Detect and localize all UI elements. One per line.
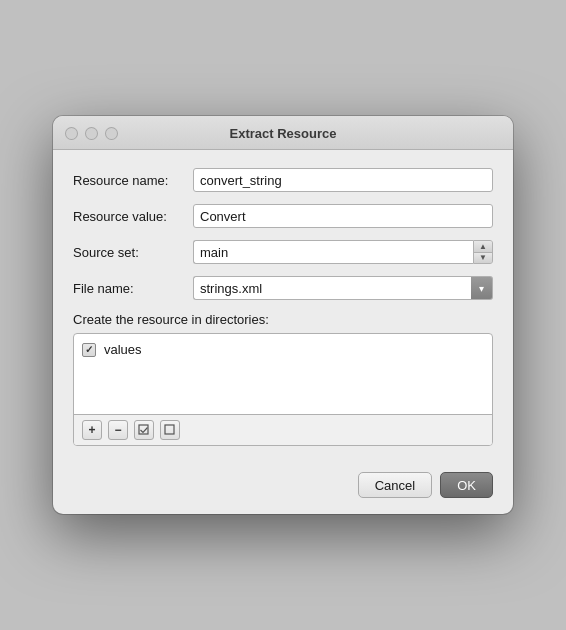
dialog-footer: Cancel OK bbox=[53, 462, 513, 514]
source-set-spinner: ▲ ▼ bbox=[193, 240, 493, 264]
file-name-row: File name: strings.xml ▾ bbox=[73, 276, 493, 300]
check-all-icon bbox=[138, 424, 150, 436]
source-set-spinner-buttons: ▲ ▼ bbox=[473, 240, 493, 264]
traffic-lights bbox=[65, 127, 118, 140]
list-item: values bbox=[82, 340, 484, 359]
cancel-button[interactable]: Cancel bbox=[358, 472, 432, 498]
resource-name-input[interactable] bbox=[193, 168, 493, 192]
uncheck-all-button[interactable] bbox=[160, 420, 180, 440]
add-icon: + bbox=[88, 423, 95, 437]
source-set-input[interactable] bbox=[193, 240, 473, 264]
remove-directory-button[interactable]: − bbox=[108, 420, 128, 440]
check-all-button[interactable] bbox=[134, 420, 154, 440]
file-name-dropdown-wrapper: strings.xml ▾ bbox=[193, 276, 493, 300]
values-checkbox[interactable] bbox=[82, 343, 96, 357]
resource-value-label: Resource value: bbox=[73, 209, 193, 224]
source-set-row: Source set: ▲ ▼ bbox=[73, 240, 493, 264]
resource-name-label: Resource name: bbox=[73, 173, 193, 188]
resource-name-row: Resource name: bbox=[73, 168, 493, 192]
source-set-up-button[interactable]: ▲ bbox=[474, 241, 492, 253]
directories-label: Create the resource in directories: bbox=[73, 312, 493, 327]
add-directory-button[interactable]: + bbox=[82, 420, 102, 440]
list-toolbar: + − bbox=[74, 414, 492, 445]
extract-resource-dialog: Extract Resource Resource name: Resource… bbox=[53, 116, 513, 514]
source-set-down-button[interactable]: ▼ bbox=[474, 253, 492, 264]
dialog-body: Resource name: Resource value: Source se… bbox=[53, 150, 513, 462]
directories-list-body: values bbox=[74, 334, 492, 414]
svg-rect-1 bbox=[165, 425, 174, 434]
source-set-label: Source set: bbox=[73, 245, 193, 260]
resource-value-input[interactable] bbox=[193, 204, 493, 228]
ok-button[interactable]: OK bbox=[440, 472, 493, 498]
resource-value-row: Resource value: bbox=[73, 204, 493, 228]
minimize-button[interactable] bbox=[85, 127, 98, 140]
maximize-button[interactable] bbox=[105, 127, 118, 140]
uncheck-all-icon bbox=[164, 424, 176, 436]
close-button[interactable] bbox=[65, 127, 78, 140]
dialog-title: Extract Resource bbox=[230, 126, 337, 141]
title-bar: Extract Resource bbox=[53, 116, 513, 150]
remove-icon: − bbox=[114, 423, 121, 437]
directories-list-container: values + − bbox=[73, 333, 493, 446]
file-name-dropdown-arrow[interactable]: ▾ bbox=[471, 276, 493, 300]
values-label: values bbox=[104, 342, 142, 357]
file-name-select[interactable]: strings.xml bbox=[193, 276, 471, 300]
file-name-label: File name: bbox=[73, 281, 193, 296]
